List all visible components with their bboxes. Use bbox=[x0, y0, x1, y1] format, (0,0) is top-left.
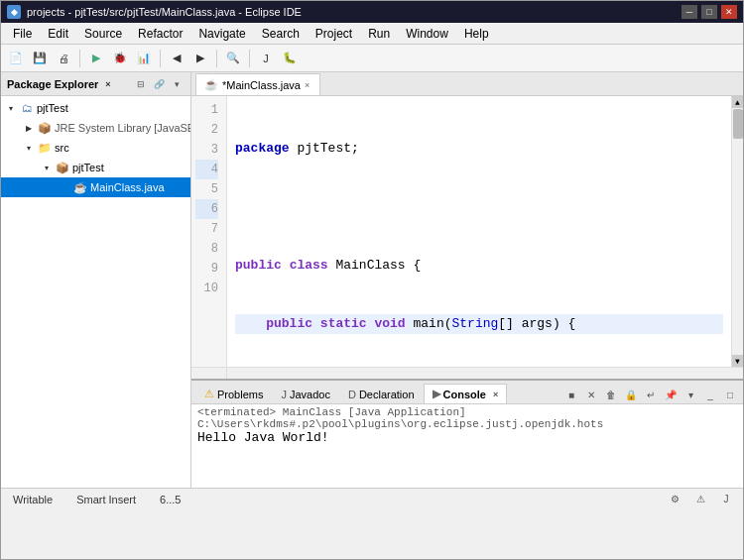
menu-bar: File Edit Source Refactor Navigate Searc… bbox=[1, 23, 743, 45]
console-options-button[interactable]: ▾ bbox=[682, 386, 699, 403]
title-bar-left: ◆ projects - pjtTest/src/pjtTest/MainCla… bbox=[7, 5, 302, 19]
view-menu-button[interactable]: ▾ bbox=[169, 76, 185, 92]
writable-status: Writable bbox=[9, 494, 57, 505]
collapse-all-button[interactable]: ⊟ bbox=[133, 76, 149, 92]
search-button[interactable]: 🔍 bbox=[222, 48, 244, 69]
console-terminated-text: <terminated> MainClass [Java Application… bbox=[197, 406, 737, 430]
run-button[interactable]: ▶ bbox=[85, 48, 107, 69]
tab-close-button[interactable]: × bbox=[305, 80, 310, 90]
word-wrap-button[interactable]: ↵ bbox=[642, 386, 660, 403]
keyword-package: package bbox=[235, 139, 290, 159]
code-content[interactable]: package pjtTest; public class MainClass … bbox=[227, 96, 731, 367]
app-icon: ◆ bbox=[7, 5, 21, 19]
problems-icon: ⚠ bbox=[204, 388, 214, 400]
console-tab-close[interactable]: × bbox=[493, 390, 498, 399]
tab-icon: ☕ bbox=[204, 78, 218, 91]
menu-edit[interactable]: Edit bbox=[40, 25, 76, 43]
tree-item-pjttest-project[interactable]: ▾ 🗂 pjtTest bbox=[1, 98, 190, 118]
pin-console-button[interactable]: 📌 bbox=[662, 386, 680, 403]
hscroll-inner bbox=[227, 368, 743, 369]
perspective-debug-button[interactable]: 🐛 bbox=[279, 48, 301, 69]
minimize-console-button[interactable]: _ bbox=[701, 386, 719, 403]
tree-item-package[interactable]: ▾ 📦 pjtTest bbox=[1, 158, 190, 177]
editor-console-split: 1 2 3 4 5 6 7 8 9 10 package pjtTest; pu… bbox=[191, 96, 743, 488]
package-icon: 📦 bbox=[55, 162, 70, 174]
editor-tab-mainclass[interactable]: ☕ *MainClass.java × bbox=[195, 73, 320, 95]
editor-vscroll[interactable]: ▲ ▼ bbox=[731, 96, 743, 367]
tree-item-src[interactable]: ▾ 📁 src bbox=[1, 138, 190, 158]
menu-window[interactable]: Window bbox=[398, 25, 456, 43]
tab-problems[interactable]: ⚠ Problems bbox=[195, 384, 272, 403]
tree-label-jre: JRE System Library [JavaSE-...] bbox=[53, 122, 190, 134]
tab-declaration[interactable]: D Declaration bbox=[339, 384, 424, 403]
panel-close-icon[interactable]: × bbox=[102, 78, 113, 90]
menu-search[interactable]: Search bbox=[254, 25, 308, 43]
status-right: ⚙ ⚠ J bbox=[666, 491, 735, 508]
expand-toggle-pjttest[interactable]: ▾ bbox=[3, 104, 19, 113]
terminate-button[interactable]: ■ bbox=[562, 386, 580, 403]
status-task-button[interactable]: ⚙ bbox=[666, 491, 683, 508]
expand-toggle-package[interactable]: ▾ bbox=[39, 164, 55, 172]
main-area: Package Explorer × ⊟ 🔗 ▾ ▾ 🗂 pjtTest ▶ 📦… bbox=[1, 72, 743, 488]
menu-project[interactable]: Project bbox=[308, 25, 360, 43]
save-button[interactable]: 💾 bbox=[29, 48, 51, 69]
javadoc-label: Javadoc bbox=[290, 389, 330, 400]
status-bar: Writable Smart Insert 6...5 ⚙ ⚠ J bbox=[1, 488, 743, 509]
scroll-track bbox=[732, 108, 743, 355]
menu-help[interactable]: Help bbox=[456, 25, 497, 43]
menu-refactor[interactable]: Refactor bbox=[130, 25, 190, 43]
tab-console[interactable]: ▶ Console × bbox=[424, 384, 508, 403]
menu-source[interactable]: Source bbox=[76, 25, 130, 43]
coverage-button[interactable]: 📊 bbox=[133, 48, 155, 69]
menu-navigate[interactable]: Navigate bbox=[190, 25, 253, 43]
maximize-button[interactable]: □ bbox=[701, 5, 717, 19]
tab-label: *MainClass.java bbox=[222, 79, 301, 91]
status-error-button[interactable]: ⚠ bbox=[691, 491, 709, 508]
expand-toggle-src[interactable]: ▾ bbox=[21, 144, 37, 153]
cursor-position-status: 6...5 bbox=[156, 494, 185, 505]
line-num-5: 5 bbox=[195, 179, 218, 199]
prev-edit-button[interactable]: ◀ bbox=[166, 48, 187, 69]
new-button[interactable]: 📄 bbox=[5, 48, 27, 69]
status-java-button[interactable]: J bbox=[717, 491, 735, 508]
next-edit-button[interactable]: ▶ bbox=[189, 48, 211, 69]
link-editor-button[interactable]: 🔗 bbox=[151, 76, 167, 92]
jre-icon: 📦 bbox=[37, 122, 53, 135]
tree-label-pjttest: pjtTest bbox=[35, 102, 68, 114]
hscroll-area[interactable] bbox=[227, 368, 743, 379]
toolbar-separator-3 bbox=[216, 50, 217, 67]
tree-item-mainclass[interactable]: ▶ ☕ MainClass.java bbox=[1, 177, 190, 197]
scroll-down-button[interactable]: ▼ bbox=[732, 355, 743, 367]
maximize-console-button[interactable]: □ bbox=[721, 386, 739, 403]
menu-file[interactable]: File bbox=[5, 25, 40, 43]
project-icon: 🗂 bbox=[19, 102, 35, 114]
type-string: String bbox=[452, 314, 499, 334]
clear-console-button[interactable]: 🗑 bbox=[602, 386, 620, 403]
console-icon: ▶ bbox=[433, 388, 440, 400]
line-numbers: 1 2 3 4 5 6 7 8 9 10 bbox=[191, 96, 227, 367]
debug-button[interactable]: 🐞 bbox=[109, 48, 131, 69]
tree-item-jre[interactable]: ▶ 📦 JRE System Library [JavaSE-...] bbox=[1, 118, 190, 138]
line-num-3: 3 bbox=[195, 140, 218, 160]
bottom-tab-actions: ■ ✕ 🗑 🔒 ↵ 📌 ▾ _ □ bbox=[562, 386, 743, 403]
scroll-lock-button[interactable]: 🔒 bbox=[622, 386, 640, 403]
print-button[interactable]: 🖨 bbox=[53, 48, 74, 69]
keyword-public-3: public bbox=[235, 256, 282, 276]
menu-run[interactable]: Run bbox=[360, 25, 398, 43]
scroll-up-button[interactable]: ▲ bbox=[732, 96, 743, 108]
title-bar: ◆ projects - pjtTest/src/pjtTest/MainCla… bbox=[1, 1, 743, 23]
package-explorer-header: Package Explorer × ⊟ 🔗 ▾ bbox=[1, 72, 190, 96]
expand-toggle-jre[interactable]: ▶ bbox=[21, 124, 37, 133]
tree-label-src: src bbox=[53, 142, 69, 154]
close-button[interactable]: ✕ bbox=[721, 5, 737, 19]
panel-header-actions: ⊟ 🔗 ▾ bbox=[133, 76, 185, 92]
minimize-button[interactable]: ─ bbox=[682, 5, 697, 19]
code-editor[interactable]: 1 2 3 4 5 6 7 8 9 10 package pjtTest; pu… bbox=[191, 96, 743, 367]
code-hscroll-bar[interactable] bbox=[191, 367, 743, 379]
remove-launch-button[interactable]: ✕ bbox=[582, 386, 600, 403]
perspective-java-button[interactable]: J bbox=[255, 48, 277, 69]
code-line-4: public static void main(String[] args) { bbox=[235, 314, 723, 334]
tab-javadoc[interactable]: J Javadoc bbox=[272, 384, 338, 403]
scroll-thumb[interactable] bbox=[733, 109, 743, 139]
line-num-9: 9 bbox=[195, 259, 218, 279]
